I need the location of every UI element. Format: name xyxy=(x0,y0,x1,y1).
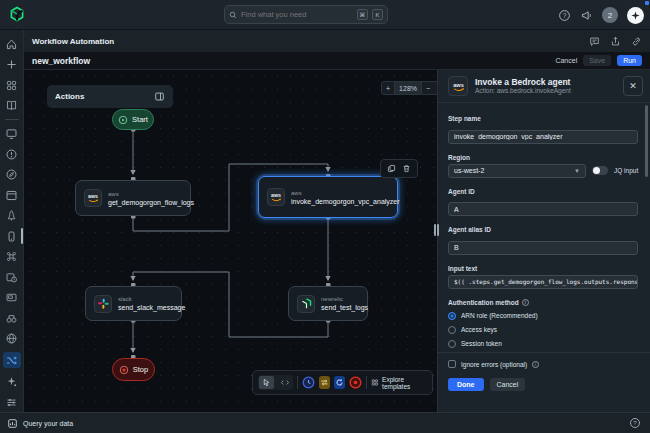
workflow-name: new_workflow xyxy=(32,56,90,66)
auth-option-arn-role[interactable]: ARN role (Recommended) xyxy=(448,312,641,320)
node-send-test-logs[interactable]: newrelic send_test_logs xyxy=(288,286,368,321)
region-select[interactable]: us-west-2 ▼ xyxy=(448,164,586,178)
search-input[interactable] xyxy=(241,10,353,19)
panel-resize-handle[interactable] xyxy=(433,222,440,238)
info-icon[interactable]: i xyxy=(532,361,539,368)
query-your-data-button[interactable]: Query your data xyxy=(23,420,73,427)
save-button[interactable]: Save xyxy=(583,55,611,66)
loop-step-button[interactable] xyxy=(334,376,345,389)
all-capabilities-icon[interactable] xyxy=(4,78,20,92)
service-map-icon[interactable] xyxy=(4,332,20,346)
help-icon[interactable]: ? xyxy=(558,9,571,22)
help-icon[interactable]: ? xyxy=(629,417,641,429)
scheduled-icon[interactable] xyxy=(4,270,20,284)
zoom-out-button[interactable]: − xyxy=(422,85,434,92)
infrastructure-icon[interactable] xyxy=(4,291,20,305)
zoom-in-button[interactable]: + xyxy=(382,85,394,92)
close-panel-button[interactable]: ✕ xyxy=(623,76,643,96)
browser-icon[interactable] xyxy=(4,188,20,202)
panel-cancel-button[interactable]: Cancel xyxy=(490,378,526,391)
apm-icon[interactable] xyxy=(4,209,20,223)
explore-templates-label: Explore templates xyxy=(382,376,427,390)
node-name: send_slack_message xyxy=(118,303,185,312)
feedback-icon[interactable] xyxy=(589,36,600,47)
create-plus-icon[interactable] xyxy=(4,58,20,72)
ignore-errors-row[interactable]: Ignore errors (optional) i xyxy=(448,360,641,368)
newrelic-logo-icon[interactable] xyxy=(9,6,25,22)
record-stop-icon xyxy=(349,376,362,389)
home-icon[interactable] xyxy=(4,37,20,51)
svg-text:aws: aws xyxy=(88,193,98,199)
k-key-badge: K xyxy=(372,9,383,20)
ignore-errors-label: Ignore errors (optional) xyxy=(461,361,527,368)
explore-templates-button[interactable]: Explore templates xyxy=(371,376,427,390)
mobile-icon[interactable] xyxy=(4,229,20,243)
duplicate-node-icon[interactable] xyxy=(387,164,396,173)
share-icon[interactable] xyxy=(610,36,621,47)
stop-step-button[interactable] xyxy=(349,376,362,389)
search-icon xyxy=(229,11,237,19)
left-nav-rail xyxy=(0,30,24,412)
copy-link-icon[interactable] xyxy=(631,36,642,47)
browse-data-icon[interactable] xyxy=(4,311,20,325)
jq-input-toggle[interactable] xyxy=(592,166,608,175)
node-provider: aws xyxy=(108,190,194,198)
transform-step-button[interactable] xyxy=(319,376,330,389)
page-title: Workflow Automation xyxy=(32,37,114,46)
auth-option-access-keys[interactable]: Access keys xyxy=(448,326,641,334)
wait-step-button[interactable] xyxy=(302,376,315,389)
actions-panel-header[interactable]: Actions xyxy=(47,85,173,108)
stop-label: Stop xyxy=(133,365,148,374)
node-send-slack-message[interactable]: slack send_slack_message xyxy=(85,286,182,321)
aws-icon: aws xyxy=(448,76,468,96)
done-button[interactable]: Done xyxy=(448,378,484,391)
delete-node-icon[interactable] xyxy=(402,164,411,173)
dashboards-icon[interactable] xyxy=(4,127,20,141)
code-view-button[interactable] xyxy=(277,376,292,389)
workflow-automation-icon[interactable] xyxy=(3,352,21,368)
zoom-level: 128% xyxy=(394,82,422,94)
collapse-panel-icon[interactable] xyxy=(154,91,165,102)
rail-scrollbar[interactable] xyxy=(21,228,23,244)
step-name-input[interactable] xyxy=(448,130,638,144)
slack-icon xyxy=(94,295,112,313)
node-name: send_test_logs xyxy=(321,303,368,312)
checkbox-icon[interactable] xyxy=(448,360,456,368)
ai-assistant-button[interactable] xyxy=(627,7,644,24)
node-invoke-demogorgon-vpc-analyzer[interactable]: aws aws invoke_demogorgon_vpc_analyzer xyxy=(258,176,398,218)
global-search[interactable]: ⌘ K xyxy=(224,5,388,24)
radio-icon xyxy=(448,326,456,334)
cancel-button[interactable]: Cancel xyxy=(555,57,577,64)
docs-icon[interactable] xyxy=(4,99,20,113)
topbar-actions: ? 2 xyxy=(558,0,644,30)
start-node[interactable]: Start xyxy=(112,109,154,130)
node-provider: aws xyxy=(291,189,400,197)
panel-scrollbar[interactable] xyxy=(645,105,648,177)
workflow-canvas[interactable]: Actions + 128% − Start xyxy=(24,70,437,412)
alerts-icon[interactable] xyxy=(4,147,20,161)
input-text-label: Input text xyxy=(448,265,641,272)
cmd-key-badge: ⌘ xyxy=(357,9,368,20)
bottom-bar: Query your data ? xyxy=(0,412,650,433)
agent-id-input[interactable] xyxy=(448,202,638,216)
canvas-bottom-toolbar: Explore templates xyxy=(252,370,433,395)
radio-selected-icon xyxy=(448,312,456,320)
svg-text:?: ? xyxy=(563,11,567,18)
step-config-panel: aws Invoke a Bedrock agent Action: aws.b… xyxy=(437,70,650,412)
input-text-input[interactable]: $(( .steps.get_demogorgon_flow_logs.outp… xyxy=(448,275,638,289)
explorer-icon[interactable] xyxy=(4,168,20,182)
node-get-demogorgon-flow-logs[interactable]: aws aws get_demogorgon_flow_logs xyxy=(75,180,191,216)
templates-grid-icon xyxy=(371,378,379,387)
jq-input-label: JQ input xyxy=(614,167,638,174)
auth-option-session-token[interactable]: Session token xyxy=(448,340,641,348)
stop-node[interactable]: Stop xyxy=(112,358,155,381)
ai-icon[interactable] xyxy=(4,375,20,389)
info-icon[interactable]: i xyxy=(522,299,529,306)
run-button[interactable]: Run xyxy=(617,55,642,66)
agent-alias-id-input[interactable] xyxy=(448,241,638,255)
user-avatar[interactable]: 2 xyxy=(602,7,618,23)
settings-levels-icon[interactable] xyxy=(4,395,20,409)
announcements-icon[interactable] xyxy=(580,9,593,22)
select-tool-button[interactable] xyxy=(259,376,274,389)
command-palette-icon[interactable] xyxy=(4,250,20,264)
